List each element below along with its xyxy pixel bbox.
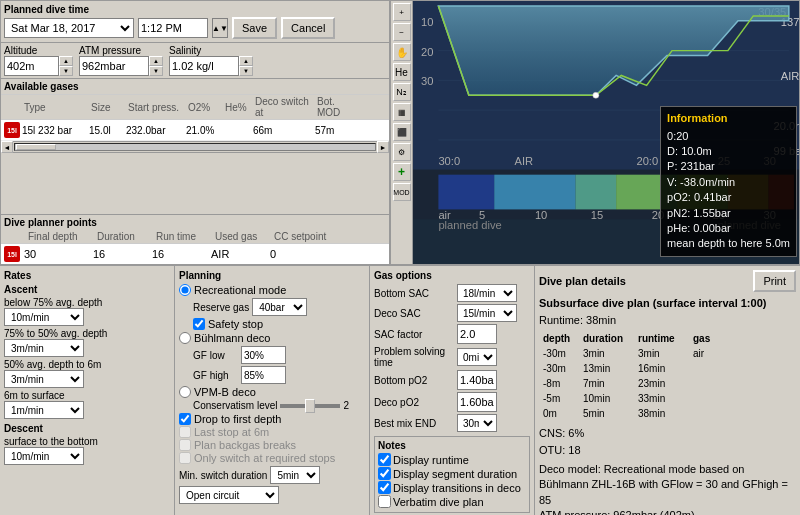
last-stop-label: Last stop at 6m [194,426,269,438]
col-o2: O2% [188,102,223,113]
deco-po2-input[interactable] [457,392,497,412]
info-depth: D: 10.0m [667,144,790,159]
gf-high-label: GF high [193,370,238,381]
save-button[interactable]: Save [232,17,277,39]
plan-row-4: -5m 10min 33min [539,391,724,406]
bottom-sac-label: Bottom SAC [374,288,454,299]
radio-recreational[interactable] [179,284,191,296]
altitude-up[interactable]: ▲ [59,56,73,66]
display-segment-label: Display segment duration [393,468,517,480]
rate-select-3[interactable]: 3m/min [4,370,84,388]
gf-low-input[interactable] [241,346,286,364]
sac-factor-input[interactable] [457,324,497,344]
info-phe: pHe: 0.00bar [667,221,790,236]
deco-model-text: Deco model: Recreational mode based on B… [539,462,796,508]
circuit-select[interactable]: Open circuit [179,486,279,504]
runtime-label: Runtime: 38min [539,312,796,329]
rate-label-1: below 75% avg. depth [4,297,170,308]
h-scrollbar-thumb[interactable] [16,144,56,150]
problem-solving-select[interactable]: 0min [457,348,497,366]
salinity-up[interactable]: ▲ [239,56,253,66]
bottom-po2-input[interactable] [457,370,497,390]
tool-add[interactable]: + [393,163,411,181]
h-scrollbar-right[interactable]: ► [377,141,389,153]
tool-pan[interactable]: ✋ [393,43,411,61]
rate-select-2[interactable]: 3m/min [4,339,84,357]
display-runtime-cb[interactable] [378,453,391,466]
rate-select-4[interactable]: 1m/min [4,401,84,419]
info-po2: pO2: 0.41bar [667,190,790,205]
altitude-input[interactable] [4,56,59,76]
time-spinner[interactable]: ▲▼ [212,18,228,38]
svg-text:AIR: AIR [515,155,534,167]
safety-stop-checkbox[interactable] [193,318,205,330]
tool-n2[interactable]: N₂ [393,83,411,101]
altitude-down[interactable]: ▼ [59,66,73,76]
deco-sac-select[interactable]: 15l/min [457,304,517,322]
conservatism-value: 2 [343,400,349,411]
col-type: Type [24,102,89,113]
tool-graph[interactable]: ▦ [393,103,411,121]
date-select[interactable]: Sat Mar 18, 2017 [4,18,134,38]
atm-pressure-input[interactable] [79,56,149,76]
descent-label: Descent [4,423,170,434]
cancel-button[interactable]: Cancel [281,17,335,39]
bottom-sac-select[interactable]: 18l/min [457,284,517,302]
reserve-gas-select[interactable]: 40bar [252,298,307,316]
svg-rect-24 [494,175,575,210]
radio-vpmb[interactable] [179,386,191,398]
time-input[interactable] [138,18,208,38]
tool-mod[interactable]: MOD [393,183,411,201]
tool-zoom-minus[interactable]: − [393,23,411,41]
tool-hand[interactable]: He [393,63,411,81]
svg-text:30:0: 30:0 [438,155,460,167]
vpmb-label: VPM-B deco [194,386,256,398]
display-segment-cb[interactable] [378,467,391,480]
display-runtime-label: Display runtime [393,454,469,466]
altitude-label: Altitude [4,45,73,56]
last-stop-checkbox[interactable] [179,426,191,438]
info-pn2: pN2: 1.55bar [667,206,790,221]
col-mod: Bot. MOD [317,96,357,118]
rate-label-4: 6m to surface [4,390,170,401]
tool-pO2[interactable]: ⬛ [393,123,411,141]
tool-settings[interactable]: ⚙ [393,143,411,161]
display-transitions-cb[interactable] [378,481,391,494]
descent-rate-select[interactable]: 10m/min [4,447,84,465]
verbatim-cb[interactable] [378,495,391,508]
atm-pressure-text: ATM pressure: 962mbar (402m) [539,508,796,515]
best-mix-select[interactable]: 30m [457,414,497,432]
planned-dive-time-label: Planned dive time [4,4,386,15]
gf-high-input[interactable] [241,366,286,384]
only-switch-checkbox[interactable] [179,452,191,464]
info-box: Information 0:20 D: 10.0m P: 231bar V: -… [660,106,797,257]
atm-up[interactable]: ▲ [149,56,163,66]
rate-label-2: 75% to 50% avg. depth [4,328,170,339]
safety-stop-label: Safety stop [208,318,263,330]
atm-down[interactable]: ▼ [149,66,163,76]
dpp-col-duration: Duration [97,231,152,242]
radio-buhlmann[interactable] [179,332,191,344]
plan-row-3: -8m 7min 23min [539,376,724,391]
problem-solving-label: Problem solving time [374,346,454,368]
plan-row-2: -30m 13min 16min [539,361,724,376]
salinity-input[interactable] [169,56,239,76]
h-scrollbar-left[interactable]: ◄ [1,141,13,153]
conservatism-slider[interactable] [280,404,340,408]
deco-sac-label: Deco SAC [374,308,454,319]
backgas-checkbox[interactable] [179,439,191,451]
svg-point-21 [593,92,599,98]
ascent-label: Ascent [4,284,170,295]
min-switch-select[interactable]: 5min [270,466,320,484]
gas-start-1: 232.0bar [126,125,184,136]
print-button[interactable]: Print [753,270,796,292]
drop-checkbox[interactable] [179,413,191,425]
salinity-down[interactable]: ▼ [239,66,253,76]
svg-text:10: 10 [421,16,433,28]
rate-select-1[interactable]: 10m/min [4,308,84,326]
tool-zoom-plus[interactable]: + [393,3,411,21]
buhlmann-label: Bühlmann deco [194,332,270,344]
svg-text:20:0: 20:0 [636,155,658,167]
gas-icon-1: 15l [4,122,20,138]
dpp-duration-1: 16 [93,248,148,260]
